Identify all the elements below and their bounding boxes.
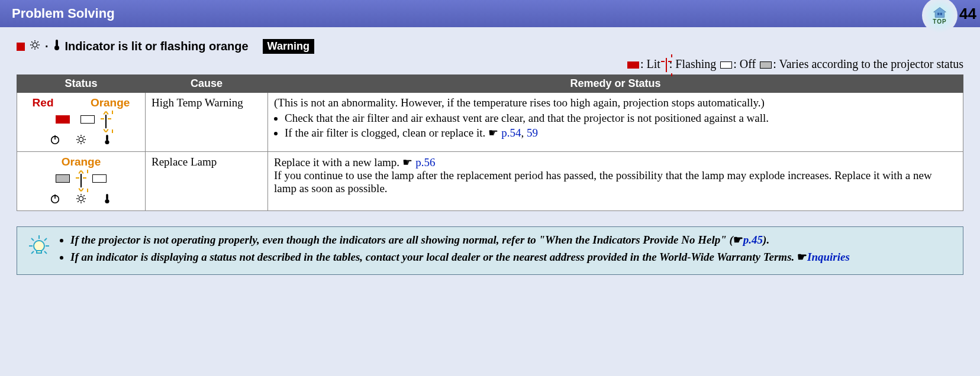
legend: : Lit : Flashing : Off : Varies accordin… xyxy=(17,57,963,72)
status-label: Red xyxy=(33,96,54,109)
status-label: Orange xyxy=(62,155,101,168)
thermometer-icon xyxy=(102,193,112,207)
th-status: Status xyxy=(17,74,146,92)
tip-item: If an indicator is displaying a status n… xyxy=(70,250,850,264)
power-icon xyxy=(50,193,60,207)
tip-item: If the projector is not operating proper… xyxy=(70,233,850,247)
th-cause: Cause xyxy=(146,74,268,92)
page-header: Problem Solving TOP 44 xyxy=(0,0,980,27)
svg-point-26 xyxy=(105,140,109,144)
cause-cell: High Temp Warning xyxy=(146,92,268,151)
indicator-off xyxy=(80,115,95,124)
tip-box: If the projector is not operating proper… xyxy=(17,226,963,275)
svg-line-35 xyxy=(83,201,85,202)
legend-varies: : Varies according to the projector stat… xyxy=(773,57,963,70)
tip-list: If the projector is not operating proper… xyxy=(61,233,850,267)
svg-rect-2 xyxy=(940,12,942,15)
legend-lit-icon xyxy=(627,61,639,69)
lightbulb-icon xyxy=(25,233,53,267)
svg-line-8 xyxy=(31,41,33,43)
remedy-item: Check that the air filter and air exhaus… xyxy=(285,112,957,125)
pointer-icon: ☛ xyxy=(402,156,415,168)
svg-line-23 xyxy=(78,142,79,143)
content: · Indicator is lit or flashing orange Wa… xyxy=(0,27,980,287)
th-remedy: Remedy or Status xyxy=(268,74,963,92)
tip-text: ). xyxy=(763,234,769,246)
pointer-icon: ☛ xyxy=(797,251,807,263)
svg-line-46 xyxy=(31,251,34,254)
svg-point-29 xyxy=(79,196,83,200)
page-number: 44 xyxy=(959,5,976,23)
svg-line-44 xyxy=(31,238,34,241)
legend-lit: : Lit xyxy=(640,57,663,70)
page-link[interactable]: 59 xyxy=(527,127,538,139)
top-label: TOP xyxy=(933,18,946,25)
link-sep: , xyxy=(521,127,527,139)
svg-line-11 xyxy=(37,41,38,43)
svg-line-24 xyxy=(83,136,85,137)
page-link[interactable]: p.56 xyxy=(415,156,435,168)
page-link[interactable]: p.45 xyxy=(743,234,763,246)
status-table: Status Cause Remedy or Status Red Orange xyxy=(17,74,963,211)
svg-rect-25 xyxy=(106,135,108,141)
remedy-item: If the air filter is clogged, clean or r… xyxy=(285,126,957,140)
svg-line-34 xyxy=(78,195,79,196)
status-label: Orange xyxy=(91,96,130,109)
svg-marker-0 xyxy=(934,7,946,17)
svg-line-10 xyxy=(31,47,33,48)
page-title: Problem Solving xyxy=(12,6,115,21)
inquiries-link[interactable]: Inquiries xyxy=(807,251,850,263)
pointer-icon: ☛ xyxy=(733,234,743,246)
svg-line-45 xyxy=(44,238,47,241)
svg-rect-1 xyxy=(937,12,939,15)
indicator-off xyxy=(92,174,107,183)
legend-off: : Off xyxy=(733,57,759,70)
pointer-icon: ☛ xyxy=(488,127,501,139)
svg-rect-38 xyxy=(106,194,108,200)
svg-point-3 xyxy=(33,43,37,47)
lamp-icon xyxy=(76,134,86,148)
remedy-intro: (This is not an abnormality. However, if… xyxy=(274,96,765,109)
status-cell: Orange xyxy=(17,151,146,210)
indicator-lit xyxy=(56,115,70,124)
svg-point-39 xyxy=(105,199,109,203)
status-cell: Red Orange xyxy=(17,92,146,151)
remedy-cell: Replace it with a new lamp. ☛ p.56 If yo… xyxy=(268,151,963,210)
svg-point-13 xyxy=(54,46,59,50)
svg-line-9 xyxy=(37,47,38,48)
lamp-icon xyxy=(76,193,86,207)
remedy-tail: If you continue to use the lamp after th… xyxy=(274,169,932,195)
home-icon xyxy=(932,7,947,18)
legend-varies-icon xyxy=(760,61,772,69)
cause-cell: Replace Lamp xyxy=(146,151,268,210)
table-row: Orange xyxy=(17,151,963,210)
page-link[interactable]: p.54 xyxy=(501,127,521,139)
power-icon xyxy=(50,134,60,148)
remedy-item-text: If the air filter is clogged, clean or r… xyxy=(285,127,488,139)
svg-line-36 xyxy=(78,201,79,202)
separator-dot: · xyxy=(45,40,49,53)
legend-off-icon xyxy=(720,61,732,69)
thermometer-icon xyxy=(53,39,60,54)
indicator-flash xyxy=(80,174,82,187)
section-title-row: · Indicator is lit or flashing orange Wa… xyxy=(17,39,963,54)
indicator-varies xyxy=(56,174,70,183)
legend-flashing-icon xyxy=(666,59,667,72)
thermometer-icon xyxy=(102,134,112,148)
svg-point-16 xyxy=(79,137,83,141)
remedy-cell: (This is not an abnormality. However, if… xyxy=(268,92,963,151)
section-heading: Indicator is lit or flashing orange xyxy=(65,40,249,53)
indicator-flash xyxy=(105,115,107,128)
remedy-intro: Replace it with a new lamp. xyxy=(274,156,402,168)
svg-line-21 xyxy=(78,136,79,137)
svg-line-47 xyxy=(44,251,47,254)
table-header-row: Status Cause Remedy or Status xyxy=(17,74,963,92)
tip-text: If the projector is not operating proper… xyxy=(70,234,733,246)
tip-text: If an indicator is displaying a status n… xyxy=(70,251,797,263)
table-row: Red Orange xyxy=(17,92,963,151)
bullet-icon xyxy=(17,43,25,51)
legend-flashing: : Flashing xyxy=(669,57,719,70)
svg-point-40 xyxy=(34,241,44,251)
svg-line-37 xyxy=(83,195,85,196)
svg-line-22 xyxy=(83,142,85,143)
